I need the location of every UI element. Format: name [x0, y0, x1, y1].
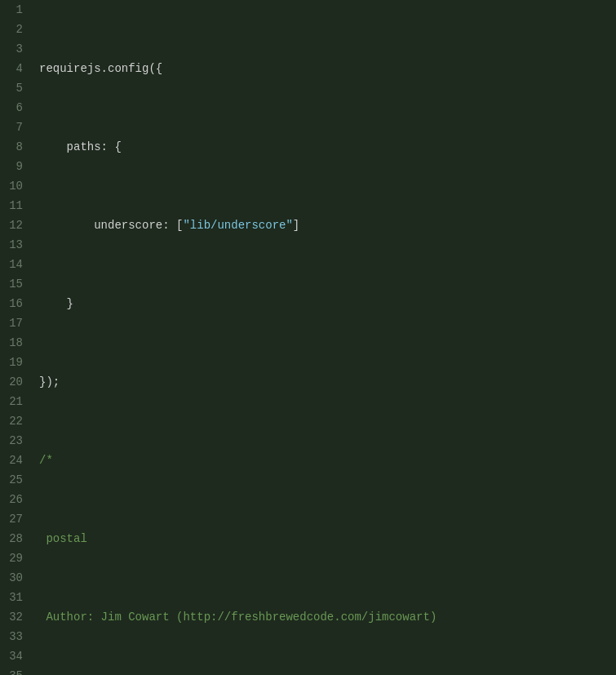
- code-line-6: /*: [39, 451, 616, 470]
- code-line-8: Author: Jim Cowart (http://freshbrewedco…: [39, 607, 616, 627]
- code-line-1: requirejs.config({: [39, 59, 616, 78]
- code-line-4: }: [39, 294, 616, 313]
- line-numbers: 1 2 3 4 5 6 7 8 9 10 11 12 13 14 15 16 1…: [0, 0, 29, 675]
- code-editor: 1 2 3 4 5 6 7 8 9 10 11 12 13 14 15 16 1…: [0, 0, 616, 675]
- code-line-2: paths: {: [39, 137, 616, 157]
- code-content: requirejs.config({ paths: { underscore: …: [29, 0, 616, 675]
- code-line-5: });: [39, 372, 616, 392]
- code-line-3: underscore: ["lib/underscore"]: [39, 215, 616, 235]
- code-line-7: postal: [39, 529, 616, 548]
